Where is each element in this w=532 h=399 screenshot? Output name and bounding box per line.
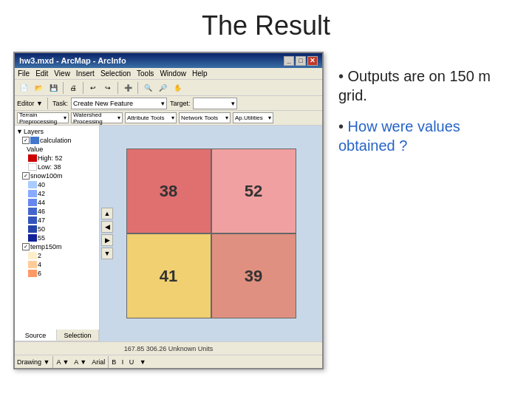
- menu-tools[interactable]: Tools: [137, 69, 154, 78]
- nav-up[interactable]: ▲: [101, 208, 113, 219]
- maximize-button[interactable]: □: [296, 56, 306, 66]
- print-btn[interactable]: 🖨: [66, 81, 80, 95]
- grid-cell-2: 41: [127, 234, 211, 318]
- minimize-button[interactable]: _: [284, 56, 294, 66]
- drawing-label: Drawing ▼: [17, 358, 50, 366]
- menu-insert[interactable]: Insert: [76, 69, 95, 78]
- terrain-label: Terrain Preprocessing: [19, 112, 64, 125]
- expand-icon[interactable]: ▼: [16, 128, 23, 135]
- attribute-dropdown[interactable]: Attribute Tools ▾: [125, 112, 177, 123]
- task-dropdown[interactable]: Create New Feature ▾: [71, 98, 167, 109]
- grid-cell-1: 52: [212, 149, 296, 233]
- label-high: High: 52: [38, 154, 63, 162]
- menu-view[interactable]: View: [54, 69, 70, 78]
- menu-bar: File Edit View Insert Selection Tools Wi…: [15, 68, 322, 80]
- bullet-text-2: How were values obtained ?: [338, 118, 460, 154]
- layer-4: 4: [16, 260, 98, 269]
- value-label: Value: [27, 146, 43, 153]
- menu-window[interactable]: Window: [160, 69, 186, 78]
- target-dropdown[interactable]: ▾: [193, 98, 237, 109]
- dropdown-arrow: ▾: [161, 100, 165, 107]
- label-snow100m: snow100m: [30, 172, 63, 180]
- menu-help[interactable]: Help: [192, 69, 208, 78]
- new-btn[interactable]: 📄: [17, 81, 30, 95]
- redo-btn[interactable]: ↪: [101, 81, 115, 95]
- label-40: 40: [38, 181, 45, 188]
- watershed-dropdown[interactable]: Watershed Processing ▾: [71, 112, 123, 123]
- swatch-high: [28, 154, 37, 162]
- swatch-44: [28, 199, 37, 206]
- layer-temp150m[interactable]: temp150m: [16, 242, 98, 251]
- label-low: Low: 38: [38, 163, 61, 171]
- layer-high: High: 52: [16, 154, 98, 163]
- bullet-1: • Outputs are on 150 m grid.: [338, 66, 516, 105]
- map-panel[interactable]: ▲ ◀ ▶ ▼ 38 52 41 39: [100, 126, 322, 341]
- close-button[interactable]: ✕: [307, 56, 318, 66]
- layer-snow100m[interactable]: snow100m: [16, 171, 98, 180]
- layer-name-calculation: calculation: [40, 137, 72, 144]
- layer-swatch-calculation: [30, 137, 39, 144]
- nav-right[interactable]: ▶: [101, 234, 113, 246]
- zoom-out-btn[interactable]: 🔎: [156, 81, 169, 95]
- label-4: 4: [38, 261, 41, 268]
- left-panel: ▼ Layers calculation Value: [15, 126, 100, 341]
- attribute-arrow: ▾: [171, 115, 174, 121]
- nav-left[interactable]: ◀: [101, 221, 113, 233]
- checkbox-temp150m[interactable]: [22, 243, 30, 250]
- tab-source[interactable]: Source: [15, 330, 57, 341]
- layer-value-header: Value: [16, 145, 98, 154]
- save-btn[interactable]: 💾: [47, 81, 60, 95]
- aputilities-arrow: ▾: [268, 115, 271, 121]
- title-bar: hw3.mxd - ArcMap - ArcInfo _ □ ✕: [15, 53, 322, 68]
- draw-tools: A ▼ A ▼ Arial: [56, 358, 105, 366]
- toolbar-2: Terrain Preprocessing ▾ Watershed Proces…: [15, 111, 322, 126]
- layer-calculation[interactable]: calculation: [16, 136, 98, 145]
- bullet-2: • How were values obtained ?: [338, 117, 516, 155]
- sep-bottom2: [108, 356, 109, 368]
- swatch-42: [28, 190, 37, 197]
- add-data-btn[interactable]: ➕: [121, 81, 134, 95]
- grid-cell-3: 39: [212, 234, 296, 318]
- attribute-label: Attribute Tools: [127, 115, 165, 121]
- bullet-text-1: Outputs are on 150 m grid.: [338, 68, 491, 103]
- terrain-arrow: ▾: [64, 115, 66, 121]
- open-btn[interactable]: 📂: [32, 81, 45, 95]
- text-formatting: B I U ▼: [112, 358, 146, 366]
- panel-tabs: Source Selection: [15, 330, 99, 341]
- label-42: 42: [38, 190, 45, 197]
- bullets-panel: • Outputs are on 150 m grid. • How were …: [338, 66, 516, 155]
- aputilities-dropdown[interactable]: Ap.Utilities ▾: [233, 112, 273, 123]
- pan-btn[interactable]: ✋: [171, 81, 184, 95]
- swatch-low: [28, 163, 37, 171]
- network-dropdown[interactable]: Network Tools ▾: [179, 112, 231, 123]
- checkbox-snow100m[interactable]: [22, 172, 30, 180]
- swatch-46: [28, 208, 37, 215]
- status-bar: 167.85 306.26 Unknown Units: [15, 341, 322, 355]
- menu-file[interactable]: File: [18, 69, 30, 78]
- layers-header: ▼ Layers: [16, 127, 98, 136]
- swatch-47: [28, 216, 37, 224]
- tab-selection[interactable]: Selection: [57, 330, 99, 341]
- zoom-in-btn[interactable]: 🔍: [141, 81, 154, 95]
- label-6: 6: [38, 270, 41, 277]
- terrain-dropdown[interactable]: Terrain Preprocessing ▾: [17, 112, 69, 123]
- editor-label[interactable]: Editor ▼: [17, 100, 43, 107]
- bottom-toolbar: Drawing ▼ A ▼ A ▼ Arial B I U ▼: [15, 355, 322, 368]
- swatch-40: [28, 181, 37, 188]
- label-temp150m: temp150m: [30, 243, 62, 250]
- aputilities-label: Ap.Utilities: [235, 115, 263, 121]
- label-50: 50: [38, 225, 45, 233]
- layer-55: 55: [16, 233, 98, 242]
- separator-3: [117, 82, 118, 94]
- layer-50: 50: [16, 225, 98, 233]
- menu-edit[interactable]: Edit: [35, 69, 48, 78]
- undo-btn[interactable]: ↩: [86, 81, 100, 95]
- layer-checkbox-calculation[interactable]: [22, 137, 30, 144]
- target-arrow: ▾: [231, 100, 235, 107]
- nav-down[interactable]: ▼: [101, 248, 113, 259]
- toolbar-1: 📄 📂 💾 🖨 ↩ ↪ ➕ 🔍 🔎 ✋: [15, 80, 322, 96]
- grid-cell-0: 38: [127, 149, 211, 233]
- menu-selection[interactable]: Selection: [100, 69, 131, 78]
- swatch-2: [28, 252, 37, 259]
- watershed-arrow: ▾: [117, 115, 120, 121]
